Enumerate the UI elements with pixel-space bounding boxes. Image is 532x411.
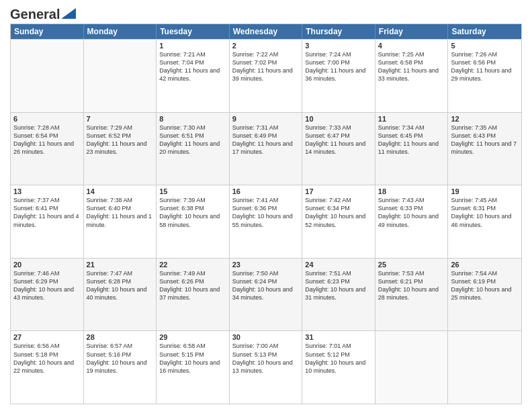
header-day-friday: Friday xyxy=(375,24,449,39)
calendar-cell-3-4: 24Sunrise: 7:51 AMSunset: 6:23 PMDayligh… xyxy=(302,259,375,331)
day-info: Sunrise: 7:33 AMSunset: 6:47 PMDaylight:… xyxy=(305,124,372,156)
day-number: 12 xyxy=(451,115,519,123)
header-day-monday: Monday xyxy=(84,24,157,39)
day-info: Sunrise: 7:41 AMSunset: 6:36 PMDaylight:… xyxy=(232,196,300,229)
day-info: Sunrise: 7:38 AMSunset: 6:40 PMDaylight:… xyxy=(87,196,154,229)
calendar-cell-0-0 xyxy=(11,40,84,112)
day-info: Sunrise: 7:54 AMSunset: 6:19 PMDaylight:… xyxy=(451,269,519,302)
calendar-cell-1-5: 11Sunrise: 7:34 AMSunset: 6:45 PMDayligh… xyxy=(375,113,449,185)
day-info: Sunrise: 7:53 AMSunset: 6:21 PMDaylight:… xyxy=(378,269,445,302)
day-info: Sunrise: 7:49 AMSunset: 6:26 PMDaylight:… xyxy=(159,269,226,302)
calendar-cell-2-4: 17Sunrise: 7:42 AMSunset: 6:34 PMDayligh… xyxy=(302,185,375,258)
day-info: Sunrise: 7:34 AMSunset: 6:45 PMDaylight:… xyxy=(378,124,445,156)
calendar-cell-3-3: 23Sunrise: 7:50 AMSunset: 6:24 PMDayligh… xyxy=(230,259,303,331)
calendar-cell-1-2: 8Sunrise: 7:30 AMSunset: 6:51 PMDaylight… xyxy=(157,113,230,185)
day-number: 4 xyxy=(378,42,445,50)
day-number: 6 xyxy=(13,115,81,123)
calendar-cell-1-3: 9Sunrise: 7:31 AMSunset: 6:49 PMDaylight… xyxy=(230,113,303,185)
calendar-cell-0-4: 3Sunrise: 7:24 AMSunset: 7:00 PMDaylight… xyxy=(302,40,375,112)
header-day-sunday: Sunday xyxy=(11,24,84,39)
calendar-cell-4-0: 27Sunrise: 6:56 AMSunset: 5:18 PMDayligh… xyxy=(11,331,84,404)
day-number: 17 xyxy=(305,187,372,195)
calendar-body: 1Sunrise: 7:21 AMSunset: 7:04 PMDaylight… xyxy=(11,39,521,404)
calendar-cell-3-5: 25Sunrise: 7:53 AMSunset: 6:21 PMDayligh… xyxy=(375,259,449,331)
day-info: Sunrise: 7:00 AMSunset: 5:13 PMDaylight:… xyxy=(232,342,300,375)
day-number: 15 xyxy=(159,187,226,195)
day-info: Sunrise: 7:35 AMSunset: 6:43 PMDaylight:… xyxy=(451,124,519,156)
day-number: 5 xyxy=(451,42,519,50)
calendar-cell-0-6: 5Sunrise: 7:26 AMSunset: 6:56 PMDaylight… xyxy=(448,40,521,112)
calendar-cell-0-1 xyxy=(84,40,157,112)
header-day-wednesday: Wednesday xyxy=(230,24,303,39)
calendar-cell-3-6: 26Sunrise: 7:54 AMSunset: 6:19 PMDayligh… xyxy=(448,259,521,331)
day-number: 13 xyxy=(13,187,81,195)
day-info: Sunrise: 7:47 AMSunset: 6:28 PMDaylight:… xyxy=(87,269,154,302)
day-info: Sunrise: 7:28 AMSunset: 6:54 PMDaylight:… xyxy=(13,124,81,156)
calendar-cell-1-0: 6Sunrise: 7:28 AMSunset: 6:54 PMDaylight… xyxy=(11,113,84,185)
day-info: Sunrise: 7:26 AMSunset: 6:56 PMDaylight:… xyxy=(451,50,519,83)
day-number: 18 xyxy=(378,187,445,195)
calendar-cell-1-1: 7Sunrise: 7:29 AMSunset: 6:52 PMDaylight… xyxy=(84,113,157,185)
header-day-thursday: Thursday xyxy=(302,24,375,39)
calendar-row-3: 20Sunrise: 7:46 AMSunset: 6:29 PMDayligh… xyxy=(11,258,521,331)
day-number: 27 xyxy=(13,333,81,341)
calendar-row-1: 6Sunrise: 7:28 AMSunset: 6:54 PMDaylight… xyxy=(11,112,521,185)
calendar-cell-1-6: 12Sunrise: 7:35 AMSunset: 6:43 PMDayligh… xyxy=(448,113,521,185)
day-info: Sunrise: 7:30 AMSunset: 6:51 PMDaylight:… xyxy=(159,124,226,156)
svg-marker-0 xyxy=(61,8,76,19)
header-day-tuesday: Tuesday xyxy=(157,24,230,39)
day-number: 20 xyxy=(13,261,81,269)
logo: General xyxy=(10,7,76,19)
calendar-row-0: 1Sunrise: 7:21 AMSunset: 7:04 PMDaylight… xyxy=(11,39,521,112)
day-info: Sunrise: 7:22 AMSunset: 7:02 PMDaylight:… xyxy=(232,50,300,83)
calendar-cell-4-2: 29Sunrise: 6:58 AMSunset: 5:15 PMDayligh… xyxy=(157,331,230,404)
day-number: 25 xyxy=(378,261,445,269)
calendar-cell-2-3: 16Sunrise: 7:41 AMSunset: 6:36 PMDayligh… xyxy=(230,185,303,258)
day-number: 31 xyxy=(305,333,372,341)
calendar-cell-0-2: 1Sunrise: 7:21 AMSunset: 7:04 PMDaylight… xyxy=(157,40,230,112)
day-info: Sunrise: 7:25 AMSunset: 6:58 PMDaylight:… xyxy=(378,50,445,83)
day-number: 2 xyxy=(232,42,300,50)
day-number: 3 xyxy=(305,42,372,50)
calendar-cell-4-1: 28Sunrise: 6:57 AMSunset: 5:16 PMDayligh… xyxy=(84,331,157,404)
calendar-row-4: 27Sunrise: 6:56 AMSunset: 5:18 PMDayligh… xyxy=(11,330,521,404)
calendar-cell-2-5: 18Sunrise: 7:43 AMSunset: 6:33 PMDayligh… xyxy=(375,185,449,258)
calendar-cell-1-4: 10Sunrise: 7:33 AMSunset: 6:47 PMDayligh… xyxy=(302,113,375,185)
day-number: 14 xyxy=(87,187,154,195)
calendar-cell-0-3: 2Sunrise: 7:22 AMSunset: 7:02 PMDaylight… xyxy=(230,40,303,112)
calendar-cell-2-6: 19Sunrise: 7:45 AMSunset: 6:31 PMDayligh… xyxy=(448,185,521,258)
day-info: Sunrise: 6:58 AMSunset: 5:15 PMDaylight:… xyxy=(159,342,226,375)
day-number: 28 xyxy=(87,333,154,341)
calendar-row-2: 13Sunrise: 7:37 AMSunset: 6:41 PMDayligh… xyxy=(11,185,521,258)
day-number: 1 xyxy=(159,42,226,50)
logo-icon xyxy=(61,8,76,19)
day-number: 7 xyxy=(87,115,154,123)
logo-general: General xyxy=(10,7,60,22)
day-number: 26 xyxy=(451,261,519,269)
day-number: 21 xyxy=(87,261,154,269)
day-info: Sunrise: 6:56 AMSunset: 5:18 PMDaylight:… xyxy=(13,342,81,375)
day-info: Sunrise: 7:50 AMSunset: 6:24 PMDaylight:… xyxy=(232,269,300,302)
day-number: 22 xyxy=(159,261,226,269)
day-number: 8 xyxy=(159,115,226,123)
calendar-cell-4-6 xyxy=(448,331,521,404)
day-number: 11 xyxy=(378,115,445,123)
calendar-cell-4-5 xyxy=(375,331,449,404)
calendar-cell-2-0: 13Sunrise: 7:37 AMSunset: 6:41 PMDayligh… xyxy=(11,185,84,258)
day-info: Sunrise: 7:46 AMSunset: 6:29 PMDaylight:… xyxy=(13,269,81,302)
day-number: 10 xyxy=(305,115,372,123)
day-number: 24 xyxy=(305,261,372,269)
header-day-saturday: Saturday xyxy=(448,24,521,39)
calendar-cell-4-4: 31Sunrise: 7:01 AMSunset: 5:12 PMDayligh… xyxy=(302,331,375,404)
page-header: General xyxy=(10,7,522,19)
day-info: Sunrise: 7:51 AMSunset: 6:23 PMDaylight:… xyxy=(305,269,372,302)
day-info: Sunrise: 7:45 AMSunset: 6:31 PMDaylight:… xyxy=(451,196,519,229)
day-info: Sunrise: 7:01 AMSunset: 5:12 PMDaylight:… xyxy=(305,342,372,375)
day-number: 23 xyxy=(232,261,300,269)
day-info: Sunrise: 6:57 AMSunset: 5:16 PMDaylight:… xyxy=(87,342,154,375)
day-number: 29 xyxy=(159,333,226,341)
calendar: SundayMondayTuesdayWednesdayThursdayFrid… xyxy=(10,24,522,404)
calendar-page: General SundayMondayTuesdayWednesdayThur… xyxy=(0,0,532,411)
calendar-cell-3-1: 21Sunrise: 7:47 AMSunset: 6:28 PMDayligh… xyxy=(84,259,157,331)
day-number: 30 xyxy=(232,333,300,341)
